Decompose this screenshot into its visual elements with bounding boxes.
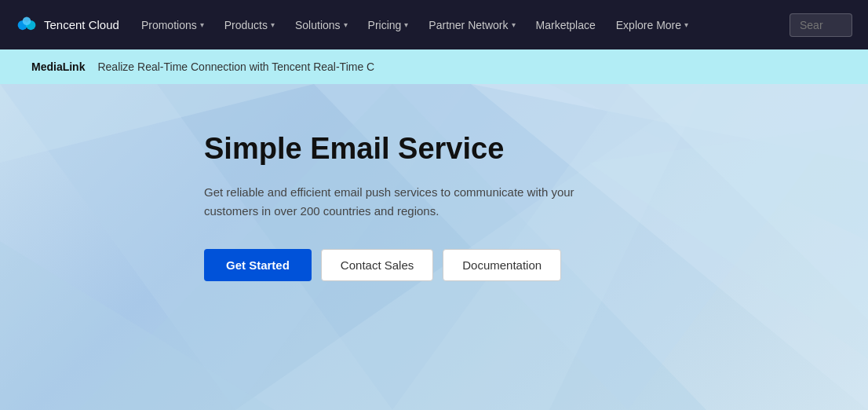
brand-logo-area[interactable]: Tencent Cloud [16, 14, 119, 36]
nav-item-solutions[interactable]: Solutions ▾ [286, 13, 357, 38]
nav-item-promotions[interactable]: Promotions ▾ [132, 13, 213, 38]
chevron-down-icon: ▾ [512, 20, 516, 29]
hero-description: Get reliable and efficient email push se… [204, 183, 628, 221]
nav-items-list: Promotions ▾ Products ▾ Solutions ▾ Pric… [132, 13, 790, 38]
chevron-down-icon: ▾ [200, 20, 204, 29]
navbar: Tencent Cloud Promotions ▾ Products ▾ So… [0, 0, 868, 49]
get-started-button[interactable]: Get Started [204, 249, 312, 281]
contact-sales-button[interactable]: Contact Sales [321, 249, 433, 281]
nav-item-marketplace[interactable]: Marketplace [527, 13, 605, 38]
search-input[interactable] [790, 13, 852, 37]
chevron-down-icon: ▾ [684, 20, 688, 29]
svg-point-2 [23, 16, 31, 25]
announce-label: MediaLink [31, 60, 85, 73]
hero-content-area: Simple Email Service Get reliable and ef… [0, 84, 628, 281]
brand-name-label: Tencent Cloud [44, 18, 119, 31]
nav-item-explore-more[interactable]: Explore More ▾ [607, 13, 698, 38]
announce-text: Realize Real-Time Connection with Tencen… [97, 60, 374, 73]
chevron-down-icon: ▾ [344, 20, 348, 29]
documentation-button[interactable]: Documentation [443, 249, 561, 281]
chevron-down-icon: ▾ [404, 20, 408, 29]
hero-buttons-group: Get Started Contact Sales Documentation [204, 249, 628, 281]
hero-title: Simple Email Service [204, 131, 628, 167]
chevron-down-icon: ▾ [271, 20, 275, 29]
announcement-bar: MediaLink Realize Real-Time Connection w… [0, 49, 868, 84]
nav-item-partner-network[interactable]: Partner Network ▾ [419, 13, 524, 38]
tencent-cloud-logo-icon [16, 14, 38, 36]
hero-section: Simple Email Service Get reliable and ef… [0, 84, 868, 410]
nav-item-products[interactable]: Products ▾ [215, 13, 284, 38]
nav-item-pricing[interactable]: Pricing ▾ [359, 13, 418, 38]
